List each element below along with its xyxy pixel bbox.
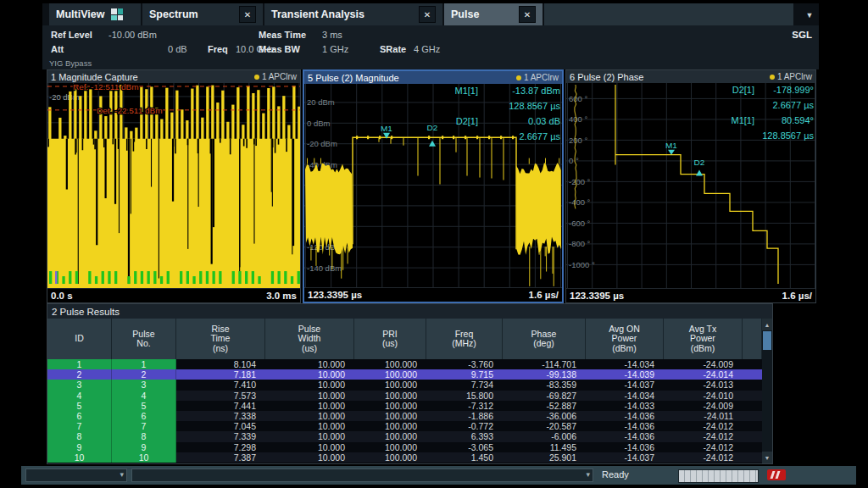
table-row[interactable]: 997.29810.000100.000-3.06511.495-14.036-…: [47, 442, 762, 452]
table-row[interactable]: 337.41010.000100.0007.734-83.359-14.037-…: [47, 380, 762, 390]
svg-text:-140 dBm: -140 dBm: [307, 263, 342, 273]
svg-text:20 dBm: 20 dBm: [307, 97, 335, 107]
svg-text:-200 °: -200 °: [569, 177, 591, 186]
table-cell-id: 7: [112, 421, 176, 431]
table-cell-value: [743, 442, 762, 452]
table-cell-value: -24.013: [664, 380, 743, 390]
table-row[interactable]: 118.10410.000100.000-3.760-114.701-14.03…: [47, 359, 762, 369]
table-cell-value: 1.450: [426, 452, 503, 463]
meas-time-label: Meas Time: [259, 30, 306, 40]
trace-color-dot-icon: [516, 75, 521, 80]
table-row[interactable]: 887.33910.000100.0006.393-6.006-14.036-2…: [47, 431, 762, 441]
marker-readout-label: D2[1]: [732, 85, 754, 95]
svg-text:0 dBm: 0 dBm: [307, 119, 331, 128]
window-pulse-results[interactable]: 2 Pulse Results IDPulseNo.RiseTime(ns)Pu…: [47, 303, 773, 464]
svg-text:M1: M1: [381, 124, 392, 133]
table-cell-id: 1: [47, 359, 112, 369]
tab-spectrum[interactable]: Spectrum: [142, 3, 263, 25]
table-cell-id: 3: [47, 380, 112, 390]
table-cell-value: -14.033: [586, 401, 664, 411]
table-cell-value: [743, 452, 762, 463]
table-cell-value: 10.000: [265, 380, 354, 390]
trace1-legend: 1 APClrw: [516, 73, 559, 82]
table-cell-value: -3.065: [426, 442, 503, 452]
marker-readout-value: 2.6677 µs: [772, 100, 814, 110]
table-cell-value: 8.104: [176, 359, 265, 369]
window-pulse-phase[interactable]: 6 Pulse (2) Phase 1 APClrw 600 °400 °200…: [565, 69, 816, 303]
table-body[interactable]: 118.10410.000100.000-3.760-114.701-14.03…: [47, 359, 762, 463]
w1-x-start: 0.0 s: [51, 291, 73, 301]
table-row[interactable]: 10107.38710.000100.0001.45025.901-14.037…: [47, 452, 762, 463]
close-tab-transient-button[interactable]: [419, 6, 436, 23]
channel-info-bar[interactable]: Ref Level -10.00 dBm Meas Time 3 ms Att …: [42, 25, 819, 69]
scroll-up-button[interactable]: [762, 319, 772, 330]
table-cell-value: [743, 359, 762, 369]
table-row[interactable]: 667.33810.000100.000-1.886-36.006-14.036…: [47, 411, 762, 421]
tab-overflow-button[interactable]: [802, 8, 817, 21]
table-cell-value: 10.000: [265, 442, 354, 452]
table-column-header: Freq(MHz): [426, 319, 503, 359]
table-cell-id: 6: [47, 411, 112, 421]
window1-titlebar[interactable]: 1 Magnitude Capture 1 APClrw: [47, 70, 300, 83]
marker-readout-value: -178.999°: [773, 85, 814, 95]
tab-pulse[interactable]: Pulse: [444, 3, 542, 25]
table-row[interactable]: 227.18110.000100.0009.715-99.138-14.039-…: [47, 369, 762, 380]
srate-label: SRate: [380, 44, 406, 54]
tab-transient-analysis[interactable]: Transient Analysis: [264, 3, 442, 25]
marker-readout-label: D2[1]: [456, 116, 478, 126]
tab-pulse-label: Pulse: [451, 8, 479, 20]
table-column-header: [743, 319, 762, 359]
table-cell-value: 100.000: [354, 452, 426, 463]
table-cell-value: 9.715: [426, 369, 503, 380]
table-cell-value: 15.800: [426, 391, 503, 401]
window5-graph[interactable]: 20 dBm0 dBm-20 dBm-40 dBm-60 dBm-80 dBm-…: [304, 84, 562, 287]
svg-text:-800 °: -800 °: [569, 239, 591, 248]
tab-transient-label: Transient Analysis: [271, 8, 364, 20]
table-row[interactable]: 777.04510.000100.000-0.772-20.587-14.036…: [47, 421, 762, 431]
table-cell-value: 100.000: [354, 391, 426, 401]
status-bar: Ready: [21, 466, 856, 485]
table-cell-value: 100.000: [354, 431, 426, 441]
window6-xaxis: 123.3395 µs 1.6 µs/: [566, 288, 815, 302]
table-row[interactable]: 447.57310.000100.00015.800-69.827-14.034…: [47, 391, 762, 401]
table-vertical-scrollbar[interactable]: [762, 319, 772, 463]
table-column-header: PulseNo.: [112, 319, 176, 359]
table-cell-value: -24.010: [664, 391, 743, 401]
window1-graph[interactable]: -20 dBmRef. -12.511 dBmDet. -22.511 dBm: [47, 83, 300, 288]
ref-level-label: Ref Level: [51, 30, 92, 40]
svg-text:-1000 °: -1000 °: [569, 260, 595, 269]
table-column-header: ID: [47, 319, 112, 359]
table-cell-value: 10.000: [265, 369, 354, 380]
status-dropdown-left[interactable]: [25, 469, 127, 482]
window-magnitude-capture[interactable]: 1 Magnitude Capture 1 APClrw -20 dBmRef.…: [47, 69, 301, 303]
close-tab-pulse-button[interactable]: [519, 6, 536, 23]
tab-multiview[interactable]: MultiView: [49, 3, 141, 25]
table-cell-value: -24.009: [664, 401, 743, 411]
freq-label: Freq: [208, 44, 228, 54]
w6-x-scale: 1.6 µs/: [782, 291, 812, 301]
table-cell-value: 10.000: [265, 391, 354, 401]
sweep-progress-bar: [678, 469, 759, 483]
scrollbar-thumb[interactable]: [763, 331, 771, 350]
tabbar-filler: [544, 3, 793, 25]
tab-multiview-label: MultiView: [56, 8, 104, 20]
table-row[interactable]: 557.44110.000100.000-7.312-52.887-14.033…: [47, 401, 762, 411]
tab-bar: MultiView Spectrum Transient Analysis Pu…: [42, 3, 819, 25]
table-cell-value: [743, 411, 762, 421]
svg-text:200 °: 200 °: [569, 136, 587, 145]
w6-x-start: 123.3395 µs: [570, 291, 624, 301]
alignment-alert-icon: [767, 469, 786, 480]
window5-titlebar[interactable]: 5 Pulse (2) Magnitude 1 APClrw: [304, 71, 562, 84]
ready-indicator: Ready: [602, 469, 629, 480]
window6-titlebar[interactable]: 6 Pulse (2) Phase 1 APClrw: [566, 70, 815, 83]
scroll-down-button[interactable]: [762, 452, 772, 463]
window-pulse-magnitude[interactable]: 5 Pulse (2) Magnitude 1 APClrw 20 dBm0 d…: [303, 69, 564, 303]
table-cell-value: [743, 380, 762, 390]
status-message-dropdown[interactable]: [131, 469, 593, 482]
close-tab-spectrum-button[interactable]: [239, 6, 256, 23]
table-cell-id: 4: [47, 391, 112, 401]
window6-graph[interactable]: 600 °400 °200 °0 °-200 °-400 °-600 °-800…: [566, 83, 815, 288]
table-cell-value: -0.772: [426, 421, 503, 431]
table-column-header: RiseTime(ns): [176, 319, 265, 359]
w5-x-start: 123.3395 µs: [308, 290, 362, 300]
